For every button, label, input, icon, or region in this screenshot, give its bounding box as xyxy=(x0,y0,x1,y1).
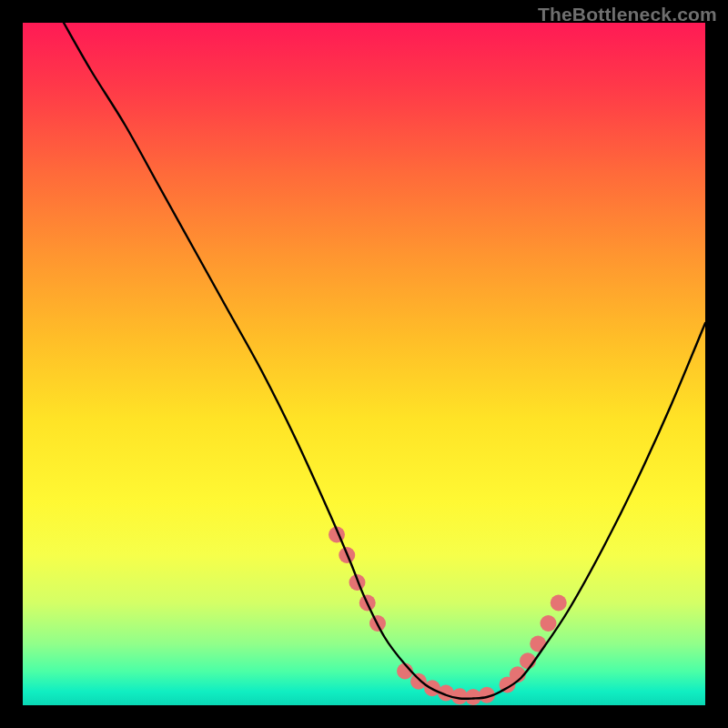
highlight-dot xyxy=(530,636,546,652)
chart-svg xyxy=(23,23,705,705)
curve-line xyxy=(64,23,705,699)
watermark-text: TheBottleneck.com xyxy=(538,4,717,25)
highlight-dot xyxy=(541,615,557,632)
chart-frame: TheBottleneck.com xyxy=(0,0,728,728)
highlight-dot xyxy=(551,595,567,612)
plot-area xyxy=(23,23,705,705)
